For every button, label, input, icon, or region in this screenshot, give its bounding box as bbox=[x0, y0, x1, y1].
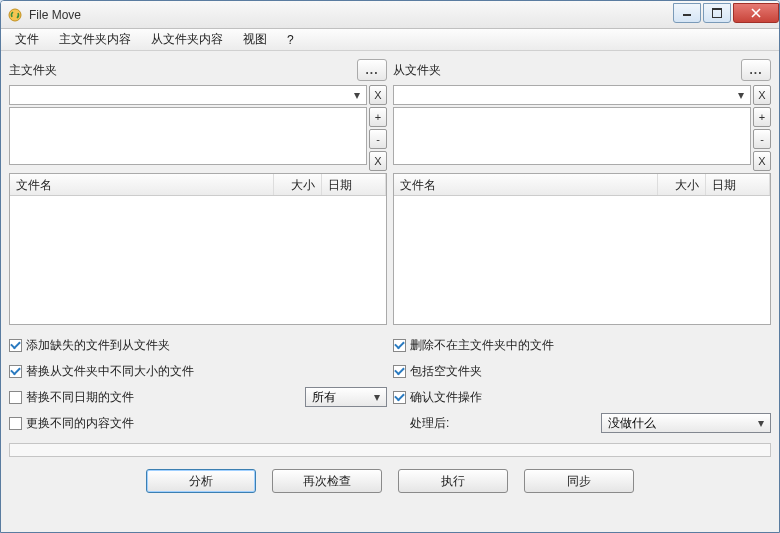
checkbox-confirm-ops[interactable] bbox=[393, 391, 406, 404]
date-mode-select[interactable]: 所有 ▾ bbox=[305, 387, 387, 407]
sync-button[interactable]: 同步 bbox=[524, 469, 634, 493]
slave-label: 从文件夹 bbox=[393, 60, 441, 81]
label-include-empty: 包括空文件夹 bbox=[410, 363, 482, 380]
left-options: 添加缺失的文件到从文件夹 替换从文件夹中不同大小的文件 替换不同日期的文件 所有… bbox=[9, 333, 387, 435]
checkbox-delete-not-in-master[interactable] bbox=[393, 339, 406, 352]
menu-help[interactable]: ? bbox=[279, 31, 302, 49]
slave-clear-button[interactable]: X bbox=[753, 85, 771, 105]
master-clear-button[interactable]: X bbox=[369, 85, 387, 105]
after-action-select[interactable]: 没做什么 ▾ bbox=[601, 413, 771, 433]
recheck-button[interactable]: 再次检查 bbox=[272, 469, 382, 493]
master-label: 主文件夹 bbox=[9, 60, 57, 81]
label-delete-not-in-master: 删除不在主文件夹中的文件 bbox=[410, 337, 554, 354]
slave-file-table: 文件名 大小 日期 bbox=[393, 173, 771, 325]
app-icon bbox=[7, 7, 23, 23]
analyze-button[interactable]: 分析 bbox=[146, 469, 256, 493]
titlebar: File Move bbox=[1, 1, 779, 29]
checkbox-include-empty[interactable] bbox=[393, 365, 406, 378]
menu-slave-contents[interactable]: 从文件夹内容 bbox=[143, 29, 231, 50]
master-include-list[interactable] bbox=[9, 107, 367, 165]
label-after: 处理后: bbox=[410, 415, 449, 432]
options-row: 添加缺失的文件到从文件夹 替换从文件夹中不同大小的文件 替换不同日期的文件 所有… bbox=[9, 333, 771, 435]
column-size[interactable]: 大小 bbox=[658, 174, 706, 195]
chevron-down-icon: ▾ bbox=[754, 416, 768, 430]
folder-panes: 主文件夹 ... ▾ X + - X 文件名 bbox=[9, 59, 771, 325]
master-file-table: 文件名 大小 日期 bbox=[9, 173, 387, 325]
checkbox-replace-diff-date[interactable] bbox=[9, 391, 22, 404]
master-table-body[interactable] bbox=[10, 196, 386, 324]
menu-view[interactable]: 视图 bbox=[235, 29, 275, 50]
slave-add-button[interactable]: + bbox=[753, 107, 771, 127]
label-replace-diff-content: 更换不同的内容文件 bbox=[26, 415, 134, 432]
master-path-combo[interactable]: ▾ bbox=[9, 85, 367, 105]
master-remove-button[interactable]: - bbox=[369, 129, 387, 149]
slave-pane: 从文件夹 ... ▾ X + - X 文件名 bbox=[393, 59, 771, 325]
master-pane: 主文件夹 ... ▾ X + - X 文件名 bbox=[9, 59, 387, 325]
column-size[interactable]: 大小 bbox=[274, 174, 322, 195]
chevron-down-icon: ▾ bbox=[733, 87, 748, 103]
column-date[interactable]: 日期 bbox=[706, 174, 770, 195]
close-button[interactable] bbox=[733, 3, 779, 23]
progress-bar bbox=[9, 443, 771, 457]
checkbox-replace-diff-content[interactable] bbox=[9, 417, 22, 430]
checkbox-replace-diff-size[interactable] bbox=[9, 365, 22, 378]
slave-browse-button[interactable]: ... bbox=[741, 59, 771, 81]
slave-table-body[interactable] bbox=[394, 196, 770, 324]
maximize-button[interactable] bbox=[703, 3, 731, 23]
chevron-down-icon: ▾ bbox=[370, 390, 384, 404]
execute-button[interactable]: 执行 bbox=[398, 469, 508, 493]
minimize-button[interactable] bbox=[673, 3, 701, 23]
app-window: File Move 文件 主文件夹内容 从文件夹内容 视图 ? 主文件夹 ...… bbox=[0, 0, 780, 533]
column-date[interactable]: 日期 bbox=[322, 174, 386, 195]
menu-master-contents[interactable]: 主文件夹内容 bbox=[51, 29, 139, 50]
master-browse-button[interactable]: ... bbox=[357, 59, 387, 81]
master-clearall-button[interactable]: X bbox=[369, 151, 387, 171]
slave-path-combo[interactable]: ▾ bbox=[393, 85, 751, 105]
menubar: 文件 主文件夹内容 从文件夹内容 视图 ? bbox=[1, 29, 779, 51]
slave-remove-button[interactable]: - bbox=[753, 129, 771, 149]
right-options: 删除不在主文件夹中的文件 包括空文件夹 确认文件操作 处理后: 没做什么 ▾ bbox=[393, 333, 771, 435]
checkbox-add-missing[interactable] bbox=[9, 339, 22, 352]
menu-file[interactable]: 文件 bbox=[7, 29, 47, 50]
slave-include-list[interactable] bbox=[393, 107, 751, 165]
master-add-button[interactable]: + bbox=[369, 107, 387, 127]
slave-clearall-button[interactable]: X bbox=[753, 151, 771, 171]
column-filename[interactable]: 文件名 bbox=[10, 174, 274, 195]
column-filename[interactable]: 文件名 bbox=[394, 174, 658, 195]
label-add-missing: 添加缺失的文件到从文件夹 bbox=[26, 337, 170, 354]
window-controls bbox=[671, 3, 779, 23]
action-buttons: 分析 再次检查 执行 同步 bbox=[9, 461, 771, 497]
label-confirm-ops: 确认文件操作 bbox=[410, 389, 482, 406]
chevron-down-icon: ▾ bbox=[349, 87, 364, 103]
content-area: 主文件夹 ... ▾ X + - X 文件名 bbox=[1, 51, 779, 532]
label-replace-diff-size: 替换从文件夹中不同大小的文件 bbox=[26, 363, 194, 380]
window-title: File Move bbox=[29, 8, 671, 22]
label-replace-diff-date: 替换不同日期的文件 bbox=[26, 389, 134, 406]
